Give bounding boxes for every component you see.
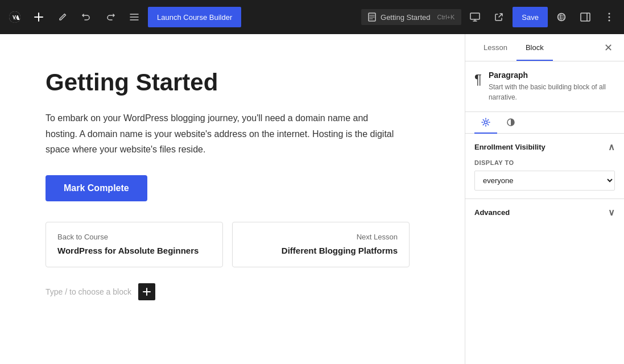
next-label: Next Lesson	[244, 233, 398, 241]
add-block-toolbar-button[interactable]	[28, 7, 49, 27]
back-title: WordPress for Absolute Beginners	[57, 245, 211, 257]
advanced-section-header[interactable]: Advanced ∨	[474, 207, 615, 218]
back-label: Back to Course	[57, 233, 211, 241]
more-options-button[interactable]	[599, 7, 619, 27]
mark-complete-button[interactable]: Mark Complete	[46, 175, 147, 201]
sidebar-close-button[interactable]: ✕	[602, 39, 615, 56]
add-block-button[interactable]	[138, 283, 155, 300]
main-area: Getting Started To embark on your WordPr…	[0, 34, 624, 364]
redo-button[interactable]	[100, 7, 121, 27]
advanced-section: Advanced ∨	[465, 199, 624, 226]
add-block-placeholder: Type / to choose a block	[46, 287, 131, 296]
open-new-tab-button[interactable]	[489, 7, 509, 27]
next-title: Different Blogging Platforms	[244, 245, 398, 257]
svg-point-5	[609, 13, 610, 15]
translate-button[interactable]	[551, 7, 572, 27]
tab-lesson[interactable]: Lesson	[474, 35, 516, 61]
add-block-area[interactable]: Type / to choose a block	[46, 283, 419, 300]
advanced-label: Advanced	[474, 208, 510, 217]
list-view-button[interactable]	[124, 7, 144, 27]
sidebar-header: Lesson Block ✕	[465, 34, 624, 61]
advanced-chevron-down-icon: ∨	[608, 207, 615, 218]
wp-logo[interactable]	[5, 7, 25, 27]
sub-tab-settings[interactable]	[474, 112, 497, 134]
enrollment-visibility-section: Enrollment Visibility ∧ DISPLAY TO every…	[465, 134, 624, 199]
launch-course-builder-button[interactable]: Launch Course Builder	[148, 7, 241, 27]
block-desc: Start with the basic building block of a…	[489, 82, 615, 102]
svg-point-7	[609, 20, 610, 22]
enrollment-visibility-label: Enrollment Visibility	[474, 143, 546, 151]
sidebar: Lesson Block ✕ ¶ Paragraph Start with th…	[465, 34, 624, 364]
paragraph-icon: ¶	[474, 72, 482, 88]
undo-button[interactable]	[76, 7, 97, 27]
document-title: Getting Started	[381, 13, 430, 22]
page-title[interactable]: Getting Started	[46, 68, 419, 97]
back-to-course-card[interactable]: Back to Course WordPress for Absolute Be…	[46, 222, 223, 267]
document-info[interactable]: Getting Started Ctrl+K	[361, 9, 461, 25]
block-name: Paragraph	[489, 71, 615, 80]
tab-block[interactable]: Block	[516, 35, 553, 61]
svg-rect-4	[581, 13, 590, 21]
sidebar-toggle-button[interactable]	[575, 7, 596, 27]
sidebar-tabs: Lesson Block	[474, 35, 602, 60]
preview-device-button[interactable]	[465, 7, 485, 27]
save-button[interactable]: Save	[513, 7, 548, 27]
edit-tool-button[interactable]	[52, 7, 73, 27]
toolbar: Launch Course Builder Getting Started Ct…	[0, 0, 624, 34]
svg-point-8	[485, 121, 487, 124]
enrollment-visibility-header[interactable]: Enrollment Visibility ∧	[474, 142, 615, 152]
lesson-nav: Back to Course WordPress for Absolute Be…	[46, 222, 410, 267]
display-to-select[interactable]: everyone enrolled not enrolled	[474, 171, 615, 191]
block-details: Paragraph Start with the basic building …	[489, 71, 615, 102]
page-body[interactable]: To embark on your WordPress blogging jou…	[46, 110, 398, 157]
enrollment-chevron-up-icon: ∧	[608, 142, 615, 152]
next-lesson-card[interactable]: Next Lesson Different Blogging Platforms	[232, 222, 410, 267]
svg-point-6	[609, 16, 610, 18]
sub-tab-styles[interactable]	[499, 112, 522, 134]
svg-rect-2	[470, 13, 480, 19]
block-info: ¶ Paragraph Start with the basic buildin…	[465, 61, 624, 112]
block-info-row: ¶ Paragraph Start with the basic buildin…	[474, 71, 615, 102]
display-to-label: DISPLAY TO	[474, 159, 615, 166]
editor-area: Getting Started To embark on your WordPr…	[0, 34, 465, 364]
sidebar-sub-tabs	[465, 112, 624, 134]
shortcut-hint: Ctrl+K	[437, 14, 454, 20]
